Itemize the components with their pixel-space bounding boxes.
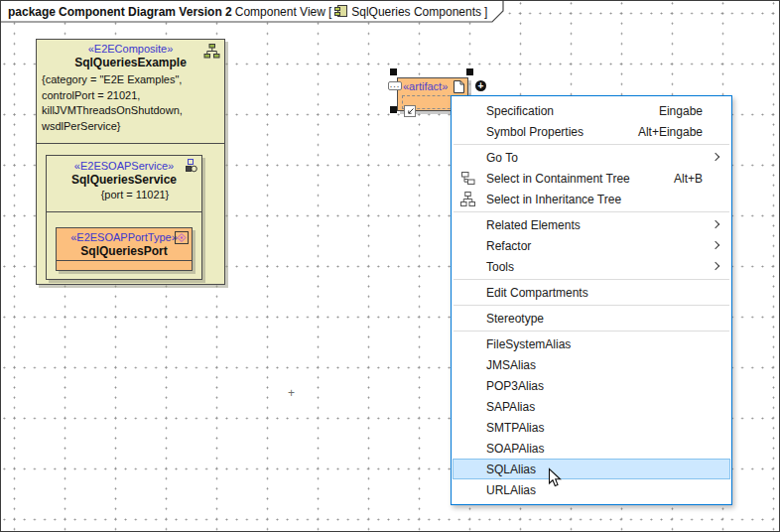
service-tagged-value: {port = 11021} xyxy=(47,187,201,200)
menu-item-icon-placeholder xyxy=(460,217,476,233)
menu-item-icon-placeholder xyxy=(460,462,476,477)
grid-cross-mark xyxy=(288,386,295,400)
menu-item-label: URLAlias xyxy=(486,483,703,497)
menu-item-icon-placeholder xyxy=(460,399,476,415)
menu-item-icon-placeholder xyxy=(460,124,476,140)
service-stereotype: «E2ESOAPService» xyxy=(47,156,201,172)
menu-item-related-elements[interactable]: Related Elements xyxy=(453,214,730,235)
smart-manipulator-button[interactable] xyxy=(388,81,402,90)
menu-item-icon-placeholder xyxy=(460,378,476,394)
menu-item-symbol-properties[interactable]: Symbol PropertiesAlt+Eingabe xyxy=(453,121,730,142)
menu-item-label: Related Elements xyxy=(486,218,703,232)
menu-item-shortcut: Eingabe xyxy=(659,104,703,118)
frame-header-text: packageComponent Diagram Version 2Compon… xyxy=(8,4,490,21)
menu-item-urlalias[interactable]: URLAlias xyxy=(453,479,730,500)
menu-item-icon-placeholder xyxy=(460,441,476,457)
menu-item-go-to[interactable]: Go To xyxy=(453,147,730,168)
resize-handle[interactable] xyxy=(404,105,416,117)
menu-item-stereotype[interactable]: Stereotype xyxy=(453,308,730,329)
menu-item-soapalias[interactable]: SOAPAlias xyxy=(453,438,730,459)
menu-item-label: Edit Compartments xyxy=(486,286,703,300)
artifact-stereotype: «artifact» xyxy=(403,80,448,92)
menu-item-label: Go To xyxy=(486,151,703,165)
menu-item-label: SQLAlias xyxy=(486,463,703,476)
menu-item-icon-placeholder xyxy=(460,259,476,275)
menu-separator xyxy=(454,331,729,332)
frame-diagram-name: SqlQueries Components xyxy=(351,5,481,19)
menu-separator xyxy=(454,279,729,280)
soap-porttype-icon xyxy=(175,231,189,244)
menu-item-label: SOAPAlias xyxy=(486,442,703,456)
service-name: SqlQueriesService xyxy=(47,172,201,187)
porttype-stereotype: «E2ESOAPPortType» xyxy=(57,228,192,243)
diagram-canvas[interactable]: packageComponent Diagram Version 2Compon… xyxy=(0,0,780,532)
context-menu: SpecificationEingabeSymbol PropertiesAlt… xyxy=(451,95,732,505)
menu-item-select-in-containment-tree[interactable]: Select in Containment TreeAlt+B xyxy=(453,168,730,189)
menu-item-smtpalias[interactable]: SMTPAlias xyxy=(453,417,730,438)
selection-handle-top-left[interactable] xyxy=(390,68,397,75)
menu-item-specification[interactable]: SpecificationEingabe xyxy=(453,100,730,121)
menu-item-icon-placeholder xyxy=(460,336,476,352)
menu-item-sapalias[interactable]: SAPAlias xyxy=(453,396,730,417)
menu-item-icon-placeholder xyxy=(460,357,476,373)
inheritance-tree-icon xyxy=(460,192,476,207)
composite-structure-icon xyxy=(203,44,220,59)
selection-handle-top-right[interactable] xyxy=(466,68,473,75)
compartment-separator xyxy=(37,143,224,144)
menu-item-icon-placeholder xyxy=(460,420,476,436)
menu-item-label: Refactor xyxy=(486,239,703,253)
frame-bracket-open: [ xyxy=(328,5,331,19)
selection-handle-bottom-left[interactable] xyxy=(390,106,397,113)
composite-stereotype: «E2EComposite» xyxy=(37,40,224,55)
component-sqlqueriesexample[interactable]: «E2EComposite» SqlQueriesExample {catego… xyxy=(36,39,225,285)
submenu-arrow-icon xyxy=(712,262,719,270)
submenu-arrow-icon xyxy=(712,153,719,161)
menu-item-filesystemalias[interactable]: FileSystemAlias xyxy=(453,333,730,354)
menu-item-label: SAPAlias xyxy=(486,400,703,414)
menu-item-tools[interactable]: Tools xyxy=(453,256,730,277)
menu-item-label: SMTPAlias xyxy=(486,421,703,435)
add-element-button[interactable] xyxy=(475,80,486,91)
soap-service-icon xyxy=(186,159,197,173)
menu-item-refactor[interactable]: Refactor xyxy=(453,235,730,256)
menu-item-icon-placeholder xyxy=(460,150,476,166)
menu-item-sqlalias[interactable]: SQLAlias xyxy=(453,459,730,479)
porttype-name: SqlQueriesPort xyxy=(57,243,192,258)
menu-item-label: JMSAlias xyxy=(486,358,703,372)
menu-item-icon-placeholder xyxy=(460,238,476,254)
containment-tree-icon xyxy=(460,171,476,187)
menu-item-label: Stereotype xyxy=(486,312,703,326)
menu-item-pop3alias[interactable]: POP3Alias xyxy=(453,375,730,396)
menu-separator xyxy=(454,144,729,145)
menu-item-jmsalias[interactable]: JMSAlias xyxy=(453,354,730,375)
menu-separator xyxy=(454,305,729,306)
menu-item-label: Tools xyxy=(486,260,703,274)
frame-bracket-close: ] xyxy=(484,5,487,19)
component-sqlqueriesservice[interactable]: «E2ESOAPService» SqlQueriesService {port… xyxy=(46,155,202,280)
composite-name: SqlQueriesExample xyxy=(37,55,224,69)
frame-view-label: Component View xyxy=(235,5,325,19)
menu-item-edit-compartments[interactable]: Edit Compartments xyxy=(453,282,730,303)
compartment-separator xyxy=(57,260,192,261)
menu-item-label: Specification xyxy=(486,104,659,118)
menu-item-shortcut: Alt+Eingabe xyxy=(638,125,703,139)
submenu-arrow-icon xyxy=(712,241,719,249)
frame-title: Component Diagram Version 2 xyxy=(59,5,232,19)
tagged-value-line: killJVMThreadsOnShutdown, xyxy=(42,103,219,119)
submenu-arrow-icon xyxy=(712,220,719,228)
artifact-document-icon xyxy=(454,80,464,93)
tagged-value-line: wsdlPerService} xyxy=(42,119,219,135)
menu-item-icon-placeholder xyxy=(460,285,476,301)
component-sqlqueriesport[interactable]: «E2ESOAPPortType» SqlQueriesPort xyxy=(56,227,193,271)
menu-item-shortcut: Alt+B xyxy=(674,172,703,186)
frame-keyword: package xyxy=(8,5,56,19)
diagram-frame-header[interactable]: packageComponent Diagram Version 2Compon… xyxy=(1,1,507,23)
tagged-value-line: controlPort = 21021, xyxy=(42,88,219,104)
menu-item-icon-placeholder xyxy=(460,103,476,119)
menu-item-icon-placeholder xyxy=(460,311,476,327)
component-diagram-icon xyxy=(334,4,348,21)
menu-item-select-in-inheritance-tree[interactable]: Select in Inheritance Tree xyxy=(453,189,730,209)
menu-separator xyxy=(454,211,729,212)
menu-item-label: Symbol Properties xyxy=(486,125,638,139)
menu-item-label: Select in Containment Tree xyxy=(486,172,674,186)
